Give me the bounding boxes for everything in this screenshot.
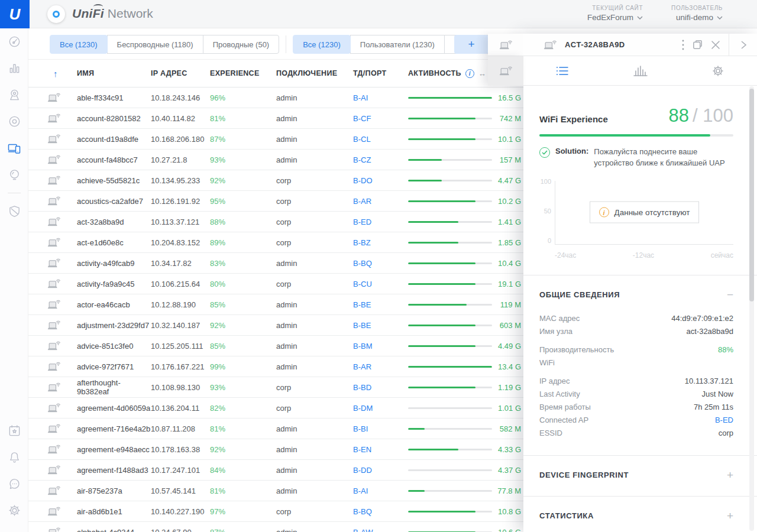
sidebar-item-devices-circle[interactable]: [0, 108, 28, 135]
table-row[interactable]: able-ff334c9110.18.243.14696%adminB-AI16…: [28, 87, 523, 108]
panel-tab-details-list[interactable]: [523, 56, 601, 85]
expand-plus-icon[interactable]: +: [727, 510, 733, 521]
panel-scrollbar-thumb[interactable]: [749, 89, 754, 301]
column-header-0[interactable]: ИМЯ: [77, 69, 151, 77]
client-ap-link[interactable]: B-BZ: [353, 238, 408, 247]
panel-tab-history-chart[interactable]: [601, 56, 680, 85]
client-name[interactable]: air-875e237a: [77, 486, 151, 495]
table-row[interactable]: agreement-f1488ad310.17.247.10184%adminB…: [28, 460, 523, 481]
table-row[interactable]: agreement-716e4a2b10.87.11.20881%adminB-…: [28, 419, 523, 439]
client-name[interactable]: afterthought-9b382eaf: [77, 378, 151, 396]
collapsed-section-0[interactable]: DEVICE FINGERPRINT+: [539, 469, 733, 481]
client-name[interactable]: agreement-4d06059a: [77, 404, 151, 413]
client-name[interactable]: actor-ea46cacb: [77, 300, 151, 309]
client-ap-link[interactable]: B-BQ: [353, 507, 408, 516]
expand-plus-icon[interactable]: +: [727, 469, 733, 481]
add-client-button[interactable]: +: [454, 35, 489, 54]
client-name[interactable]: able-ff334c91: [77, 93, 151, 102]
client-name[interactable]: acoustics-ca2afde7: [77, 197, 151, 206]
client-ap-link[interactable]: B-BM: [353, 342, 408, 351]
client-ap-link[interactable]: B-ED: [353, 218, 408, 226]
column-header-2[interactable]: EXPERIENCE: [210, 69, 276, 77]
client-name[interactable]: air-a8d6b1e1: [77, 507, 151, 516]
filter-connection-2[interactable]: Проводные (50): [203, 35, 280, 54]
client-ap-link[interactable]: B-AR: [353, 197, 408, 206]
table-row[interactable]: afterthought-9b382eaf10.108.98.13093%cor…: [28, 377, 523, 398]
filter-type-0[interactable]: Все (1230): [293, 35, 351, 54]
sidebar-item-insights-bulb[interactable]: [0, 161, 28, 188]
table-row[interactable]: activity-fa9a9c4510.106.215.6480%corpB-C…: [28, 274, 523, 294]
collapse-minus-icon[interactable]: −: [727, 289, 733, 300]
client-name[interactable]: agreement-716e4a2b: [77, 424, 151, 433]
popout-window-icon[interactable]: [692, 39, 703, 50]
client-ap-link[interactable]: B-BE: [353, 300, 408, 309]
table-row[interactable]: activity-a49fcab910.34.17.8283%adminB-BQ…: [28, 253, 523, 274]
filter-connection-0[interactable]: Все (1230): [50, 35, 108, 54]
sidebar-item-clients-laptop[interactable]: [0, 135, 28, 161]
table-row[interactable]: account-fa48bcc710.27.21.893%adminB-CZ15…: [28, 150, 523, 170]
table-row[interactable]: agreement-e948aecc10.178.163.3892%adminB…: [28, 439, 523, 460]
close-icon[interactable]: [711, 40, 720, 50]
column-header-3[interactable]: ПОДКЛЮЧЕНИЕ: [276, 69, 353, 77]
table-row[interactable]: air-a8d6b1e110.140.227.19097%corpB-BQ10.…: [28, 501, 523, 522]
client-name[interactable]: account-d19a8dfe: [77, 135, 151, 144]
table-row[interactable]: act-32a8ba9d10.113.37.12188%corpB-ED1.41…: [28, 212, 523, 232]
sidebar-item-dashboard-gauge[interactable]: [0, 28, 28, 55]
client-ap-link[interactable]: B-DO: [353, 176, 408, 185]
user-menu[interactable]: ПОЛЬЗОВАТЕЛЬ unifi-demo: [671, 5, 723, 22]
sidebar-item-settings-gear[interactable]: [0, 497, 28, 524]
ap-ring-icon[interactable]: [47, 5, 65, 23]
client-ap-link[interactable]: B-AI: [353, 93, 408, 102]
panel-scrollbar-track[interactable]: [749, 86, 754, 531]
table-row[interactable]: advice-851c3fe010.125.205.11185%adminB-B…: [28, 336, 523, 356]
filter-connection-1[interactable]: Беспроводные (1180): [107, 35, 203, 54]
client-ap-link[interactable]: B-CU: [353, 280, 408, 288]
client-ap-link[interactable]: B-CL: [353, 135, 408, 144]
table-row[interactable]: acoustics-ca2afde710.126.191.9295%corpB-…: [28, 191, 523, 212]
sidebar-item-statistics-bars[interactable]: [0, 55, 28, 82]
client-ap-link[interactable]: B-BI: [353, 424, 408, 433]
client-ap-link[interactable]: B-AW: [353, 528, 408, 532]
sidebar-item-chat-bubble[interactable]: [0, 471, 28, 497]
table-row[interactable]: advice-972f767110.176.167.22199%adminB-A…: [28, 356, 523, 377]
filter-type-1[interactable]: Пользователи (1230): [350, 35, 445, 54]
sidebar-item-alerts-bell[interactable]: [0, 444, 28, 471]
client-name[interactable]: account-fa48bcc7: [77, 155, 151, 164]
stacked-client-tab-0[interactable]: [488, 34, 523, 56]
table-row[interactable]: agreement-4d06059a10.136.204.1182%corpB-…: [28, 398, 523, 419]
panel-tab-config-gear[interactable]: [679, 56, 757, 85]
client-ap-link[interactable]: B-AR: [353, 362, 408, 371]
sort-ascending-icon[interactable]: ↑: [47, 69, 58, 79]
client-ap-link[interactable]: B-DD: [353, 466, 408, 475]
chevron-right-icon[interactable]: [729, 34, 757, 56]
client-ap-link[interactable]: B-EN: [353, 445, 408, 454]
sidebar-item-map-pin[interactable]: [0, 82, 28, 108]
client-ap-link[interactable]: B-CF: [353, 114, 408, 123]
table-row[interactable]: actor-ea46cacb10.12.88.19085%adminB-BE11…: [28, 294, 523, 315]
table-row[interactable]: achieve-55d5821c10.134.95.23392%corpB-DO…: [28, 170, 523, 191]
kebab-menu-icon[interactable]: [682, 40, 684, 50]
table-row[interactable]: act-e1d60e8c10.204.83.15289%corpB-BZ1.85…: [28, 232, 523, 253]
ubiquiti-logo[interactable]: U: [0, 0, 30, 28]
client-name[interactable]: activity-a49fcab9: [77, 259, 151, 268]
sidebar-item-events-calendar[interactable]: [0, 417, 28, 444]
swap-arrows-icon[interactable]: ↔: [478, 69, 486, 78]
table-row[interactable]: air-875e237a10.57.45.14181%adminB-AI77.8…: [28, 481, 523, 501]
client-ap-link[interactable]: B-BQ: [353, 259, 408, 268]
client-name[interactable]: alphabet-4c9344: [77, 528, 151, 532]
table-row[interactable]: alphabet-4c934410.24.67.9087%adminB-AW10…: [28, 522, 523, 532]
client-ap-link[interactable]: B-CZ: [353, 155, 408, 164]
stacked-client-tab-1[interactable]: [488, 56, 523, 86]
client-ap-link[interactable]: B-AI: [353, 486, 408, 495]
current-site-selector[interactable]: ТЕКУЩИЙ САЙТ FedExForum: [587, 5, 643, 22]
client-ap-link[interactable]: B-BE: [353, 321, 408, 330]
client-name[interactable]: advice-851c3fe0: [77, 342, 151, 351]
column-header-1[interactable]: IP АДРЕС: [151, 69, 210, 77]
table-row[interactable]: account-d19a8dfe10.168.206.18087%adminB-…: [28, 129, 523, 150]
client-name[interactable]: advice-972f7671: [77, 362, 151, 371]
client-ap-link[interactable]: B-BD: [353, 383, 408, 392]
client-name[interactable]: agreement-e948aecc: [77, 445, 151, 454]
table-row[interactable]: account-8280158210.40.114.8281%adminB-CF…: [28, 108, 523, 129]
collapsed-section-1[interactable]: СТАТИСТИКА+: [539, 510, 733, 521]
client-name[interactable]: activity-fa9a9c45: [77, 280, 151, 288]
